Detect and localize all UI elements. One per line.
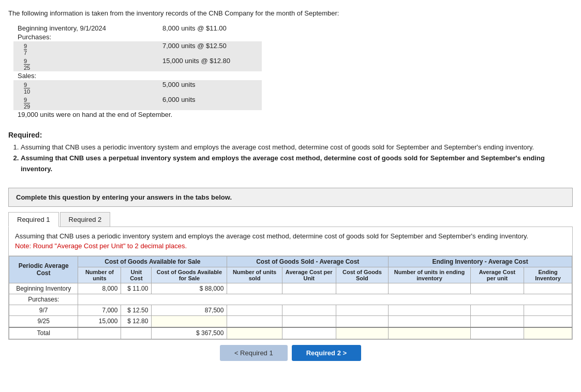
beg-inv-avg-cost2: [470, 283, 524, 294]
nav-buttons: < Required 1 Required 2 >: [8, 345, 573, 361]
total-ending-units-input[interactable]: [414, 329, 445, 337]
section1-header: Cost of Goods Available for Sale: [78, 256, 227, 267]
tab-note: Note: Round "Average Cost per Unit" to 2…: [15, 241, 566, 251]
total-ending-inv-input[interactable]: [532, 329, 563, 337]
col-cost-goods-avail: Cost of Goods Available for Sale: [152, 267, 227, 283]
main-table-container: Periodic Average Cost Cost of Goods Avai…: [9, 256, 572, 339]
beg-inv-ending-units: [389, 283, 471, 294]
sale2-date: 9 29: [13, 95, 158, 110]
total-unit-cost: [121, 327, 152, 339]
purchase-925-unit-cost: $ 12.80: [121, 315, 152, 327]
purchase-97-avg-cost2: [470, 305, 524, 315]
section3-header: Ending Inventory - Average Cost: [389, 256, 572, 267]
col-num-units: Number of units: [78, 267, 121, 283]
purchase-925-avg-cost: [282, 315, 336, 327]
intro-description: The following information is taken from …: [8, 8, 573, 19]
purchase-925-units-sold: [227, 315, 282, 327]
required-item-2: Assuming that CNB uses a perpetual inven…: [21, 153, 573, 175]
tab-desc-text: Assuming that CNB uses a periodic invent…: [15, 231, 566, 242]
purchase-97-avg-cost: [282, 305, 336, 315]
col-num-units-sold: Number of units sold: [227, 267, 282, 283]
total-avg-cost2: [470, 327, 524, 339]
total-cogs-input[interactable]: [347, 329, 378, 337]
purchases-section-label: Purchases:: [9, 294, 78, 305]
purchase-925-cost-input[interactable]: [174, 318, 205, 325]
purchase-925-label: 9/25: [9, 315, 78, 327]
purchase-97-units-sold: [227, 305, 282, 315]
purchase-97-ending-units: [389, 305, 471, 315]
next-button[interactable]: Required 2 >: [292, 345, 361, 361]
col-unit-cost: Unit Cost: [121, 267, 152, 283]
total-ending-inv-input-cell[interactable]: [524, 327, 572, 339]
periodic-average-cost-table: Periodic Average Cost Cost of Goods Avai…: [9, 256, 572, 339]
section2-header: Cost of Goods Sold - Average Cost: [227, 256, 389, 267]
purchase-97-cost: 87,500: [152, 305, 227, 315]
sale1-value: 5,000 units: [158, 80, 262, 95]
complete-box: Complete this question by entering your …: [8, 188, 573, 207]
purchase-97-ending-inv: [524, 305, 572, 315]
periodic-label-header: Periodic Average Cost: [9, 256, 78, 283]
total-cogs-input-cell[interactable]: [336, 327, 388, 339]
purchase-97-unit-cost: $ 12.50: [121, 305, 152, 315]
purchase2-date: 9 25: [13, 56, 158, 71]
purchase2-value: 15,000 units @ $12.80: [158, 56, 262, 71]
beg-inv-cost: $ 88,000: [152, 283, 227, 294]
total-cost: $ 367,500: [152, 327, 227, 339]
ending-note: 19,000 units were on hand at the end of …: [13, 110, 262, 119]
beginning-inventory-value: 8,000 units @ $11.00: [158, 24, 262, 33]
col-cost-goods-sold: Cost of Goods Sold: [336, 267, 388, 283]
total-units-sold-input[interactable]: [239, 329, 270, 337]
beg-inv-unit-cost: $ 11.00: [121, 283, 152, 294]
purchase-925-ending-inv: [524, 315, 572, 327]
col-avg-cost-2: Average Cost per unit: [470, 267, 524, 283]
prev-button[interactable]: < Required 1: [220, 345, 288, 361]
beginning-inventory-label: Beginning inventory, 9/1/2024: [13, 24, 158, 33]
total-avg-cost: [282, 327, 336, 339]
sale1-date: 9 10: [13, 80, 158, 95]
total-label: Total: [9, 327, 78, 339]
tab-content: Assuming that CNB uses a periodic invent…: [8, 227, 573, 340]
total-ending-units-input-cell[interactable]: [389, 327, 471, 339]
purchase-97-cogs: [336, 305, 388, 315]
tab-required-1[interactable]: Required 1: [8, 212, 59, 227]
col-ending-inventory: Ending Inventory: [524, 267, 572, 283]
required-label: Required:: [8, 131, 573, 139]
inventory-info-table: Beginning inventory, 9/1/2024 8,000 unit…: [13, 24, 262, 119]
tabs-row: Required 1 Required 2: [8, 212, 573, 227]
required-section: Required: Assuming that CNB uses a perio…: [8, 131, 573, 174]
tab-required-2[interactable]: Required 2: [60, 212, 111, 227]
sale2-value: 6,000 units: [158, 95, 262, 110]
tab-description: Assuming that CNB uses a periodic invent…: [9, 227, 572, 256]
purchase1-date: 9 7: [13, 41, 158, 56]
purchase-925-cost-input-cell[interactable]: [152, 315, 227, 327]
beg-inv-ending-inv: [524, 283, 572, 294]
purchase-925-ending-units: [389, 315, 471, 327]
beg-inv-units: 8,000: [78, 283, 121, 294]
beg-inv-units-sold: [227, 283, 282, 294]
sales-label: Sales:: [13, 71, 158, 80]
purchase-925-cogs: [336, 315, 388, 327]
beg-inv-cogs: [336, 283, 388, 294]
purchases-label: Purchases:: [13, 33, 158, 41]
required-item-1: Assuming that CNB uses a periodic invent…: [21, 142, 573, 153]
beginning-inventory-row: Beginning Inventory 8,000 $ 11.00 $ 88,0…: [9, 283, 572, 294]
beg-inv-avg-cost: [282, 283, 336, 294]
total-row: Total $ 367,500: [9, 327, 572, 339]
purchase-925-avg-cost2: [470, 315, 524, 327]
purchase1-value: 7,000 units @ $12.50: [158, 41, 262, 56]
total-units: [78, 327, 121, 339]
purchase-925-row: 9/25 15,000 $ 12.80: [9, 315, 572, 327]
total-units-sold-input-cell[interactable]: [227, 327, 282, 339]
beginning-inventory-row-label: Beginning Inventory: [9, 283, 78, 294]
purchase-925-units: 15,000: [78, 315, 121, 327]
purchase-97-units: 7,000: [78, 305, 121, 315]
col-avg-cost: Average Cost per Unit: [282, 267, 336, 283]
purchase-97-label: 9/7: [9, 305, 78, 315]
col-num-units-ending: Number of units in ending inventory: [389, 267, 471, 283]
purchases-label-row: Purchases:: [9, 294, 572, 305]
purchase-97-row: 9/7 7,000 $ 12.50 87,500: [9, 305, 572, 315]
